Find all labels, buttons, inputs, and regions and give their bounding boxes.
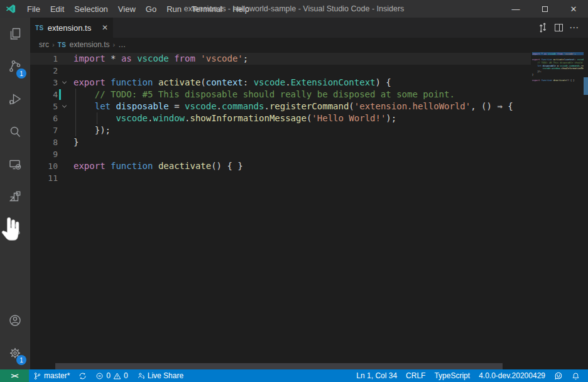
split-editor-icon[interactable] (555, 24, 563, 31)
token: function (111, 77, 158, 87)
activity-bar: 1 (0, 18, 30, 369)
menu-selection[interactable]: Selection (69, 0, 112, 18)
cursor-position[interactable]: Ln 1, Col 34 (352, 369, 401, 382)
code-text[interactable]: } (74, 136, 79, 148)
remote-indicator[interactable]: >< (0, 369, 29, 382)
token: export (74, 161, 111, 171)
menu-run[interactable]: Run (161, 0, 187, 18)
code-line[interactable]: 6 vscode.window.showInformationMessage('… (30, 112, 588, 124)
activity-run-debug[interactable] (0, 83, 30, 116)
feedback-smiley-icon (554, 371, 563, 380)
code-text[interactable]: }); (74, 124, 111, 136)
line-number[interactable]: 9 (30, 148, 58, 160)
horizontal-scrollbar[interactable] (55, 363, 503, 369)
code-line[interactable]: 9 (30, 148, 588, 160)
line-number[interactable]: 11 (30, 172, 58, 184)
breadcrumb-file[interactable]: extension.ts (69, 40, 109, 49)
token (74, 89, 95, 99)
code-line[interactable]: 3export function activate(context: vscod… (30, 77, 588, 89)
minimap[interactable]: import * as vscode from 'vscode';export … (531, 52, 584, 369)
activity-extensions[interactable] (0, 181, 30, 214)
code-text[interactable]: // TODO: #5 This disposable should reall… (74, 89, 455, 101)
code-lines: 1import * as vscode from 'vscode';23expo… (30, 53, 588, 184)
line-number[interactable]: 8 (30, 136, 58, 148)
token: : (243, 77, 254, 87)
line-number[interactable]: 2 (30, 65, 58, 77)
menu-edit[interactable]: Edit (45, 0, 69, 18)
close-button[interactable]: ✕ (559, 0, 588, 18)
activity-source-control[interactable]: 1 (0, 50, 30, 83)
line-number[interactable]: 3 (30, 77, 58, 89)
breadcrumb-symbol[interactable]: … (118, 40, 126, 49)
feedback-button[interactable] (550, 369, 567, 382)
gutter-marker (59, 89, 61, 100)
line-number[interactable]: 1 (30, 53, 58, 65)
branch-status[interactable]: master* (29, 369, 74, 382)
code-line[interactable]: 2 (30, 65, 588, 77)
accounts-button[interactable] (0, 304, 30, 337)
token: ( (200, 77, 205, 87)
vscode-window: File Edit Selection View Go Run Terminal… (0, 0, 588, 382)
code-line[interactable]: 8} (30, 136, 588, 148)
account-icon (8, 313, 23, 328)
token: ; (243, 53, 248, 63)
source-control-badge: 1 (16, 68, 26, 79)
sync-status[interactable] (74, 369, 91, 382)
code-line[interactable]: 11 (30, 172, 588, 184)
line-number[interactable]: 7 (30, 124, 58, 136)
code-text[interactable]: import * as vscode from 'vscode'; (74, 53, 248, 65)
settings-badge: 1 (16, 355, 26, 365)
code-text[interactable]: let disposable = vscode.commands.registe… (74, 101, 513, 112)
code-text[interactable]: vscode.window.showInformationMessage('He… (74, 112, 396, 124)
tab-bar: TS extension.ts ✕ ⋯ (30, 18, 588, 38)
breadcrumb-src[interactable]: src (39, 40, 49, 49)
minimize-button[interactable]: — (501, 0, 530, 18)
line-number[interactable]: 4 (30, 89, 58, 101)
activity-github-pr[interactable] (0, 214, 30, 246)
activity-remote-explorer[interactable] (0, 148, 30, 181)
breadcrumb: src › TS extension.ts › … (30, 38, 588, 52)
code-editor[interactable]: 1import * as vscode from 'vscode';23expo… (30, 52, 588, 369)
vscode-insiders-logo (5, 3, 16, 14)
code-line[interactable]: 5 let disposable = vscode.commands.regis… (30, 101, 588, 112)
menu-view[interactable]: View (113, 0, 141, 18)
status-bar: >< master* 0 0 (0, 369, 588, 382)
eol-indicator[interactable]: CRLF (401, 369, 430, 382)
code-line[interactable]: 4 // TODO: #5 This disposable should rea… (30, 89, 588, 101)
token: deactivate (158, 161, 211, 171)
code-line[interactable]: 1import * as vscode from 'vscode'; (30, 53, 588, 65)
token: export (74, 77, 111, 87)
open-changes-icon[interactable] (537, 22, 548, 33)
menu-go[interactable]: Go (141, 0, 161, 18)
code-line[interactable]: 10export function deactivate() { } (30, 160, 588, 172)
language-mode[interactable]: TypeScript (430, 369, 474, 382)
line-number[interactable]: 10 (30, 160, 58, 172)
activity-explorer[interactable] (0, 18, 30, 50)
maximize-button[interactable] (530, 0, 559, 18)
warning-count: 0 (124, 371, 128, 380)
line-number[interactable]: 6 (30, 112, 58, 124)
token: let (95, 101, 116, 111)
notifications-button[interactable] (567, 369, 584, 382)
tab-extension-ts[interactable]: TS extension.ts ✕ (30, 18, 113, 38)
line-number[interactable]: 5 (30, 101, 58, 112)
code-text[interactable]: export function deactivate() { } (74, 160, 243, 172)
fold-chevron-icon[interactable] (58, 77, 70, 89)
live-share-button[interactable]: Live Share (133, 369, 188, 382)
more-actions-icon[interactable]: ⋯ (569, 22, 579, 33)
token: ) { (376, 77, 391, 87)
settings-button[interactable]: 1 (0, 337, 30, 369)
token: , () (471, 101, 497, 111)
warning-icon (113, 372, 121, 380)
code-text[interactable]: export function activate(context: vscode… (74, 77, 391, 89)
vertical-scrollbar[interactable] (584, 52, 588, 369)
chevron-right-icon: › (52, 41, 55, 48)
tab-close-icon[interactable]: ✕ (102, 23, 108, 32)
tab-label: extension.ts (48, 23, 91, 33)
typescript-file-icon: TS (35, 25, 44, 31)
fold-chevron-icon[interactable] (58, 101, 70, 112)
code-line[interactable]: 7 }); (30, 124, 588, 136)
problems-status[interactable]: 0 0 (91, 369, 132, 382)
activity-search[interactable] (0, 116, 30, 148)
menu-file[interactable]: File (22, 0, 45, 18)
